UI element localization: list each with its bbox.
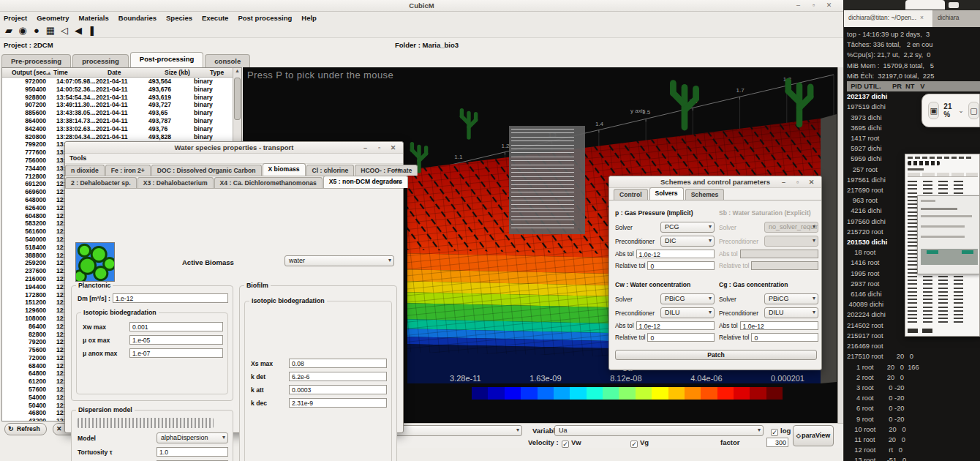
field-input[interactable]: 0.08 <box>289 359 387 368</box>
menu-item-species[interactable]: Species <box>166 14 192 22</box>
log-checkbox-icon[interactable] <box>771 429 778 436</box>
process-row[interactable]: 2 root 20 0 <box>847 372 980 383</box>
paraview-button[interactable]: paraView <box>793 425 834 446</box>
process-row[interactable]: 217510 root 20 0 <box>847 351 980 361</box>
play-icon[interactable]: ◀ <box>72 25 84 36</box>
rel-tol-input[interactable]: 0 <box>647 333 715 342</box>
schemes-tab-solvers[interactable]: Solvers <box>649 187 684 200</box>
minimize-icon[interactable] <box>794 1 802 10</box>
menu-item-boundaries[interactable]: Boundaries <box>118 14 157 22</box>
column-header-0[interactable]: Output (sec. <box>2 68 52 77</box>
tab-scroll-arrows-icon[interactable]: ◂ ▸ <box>394 166 402 173</box>
vg-checkbox-icon[interactable] <box>630 441 638 448</box>
schemes-dialog-titlebar[interactable]: Schemes and control parameters <box>609 176 821 188</box>
maximize-icon[interactable] <box>810 1 818 10</box>
dispersion-model-select[interactable]: alphaDispersion <box>157 432 228 443</box>
transport-dialog-titlebar[interactable]: Water species properties - transport <box>65 142 403 154</box>
species-tab[interactable]: n dioxide <box>65 165 105 176</box>
scroll-up-icon[interactable] <box>233 68 241 77</box>
schemes-tab-schemes[interactable]: Schemes <box>685 189 725 200</box>
solver-select[interactable]: PCG <box>660 222 715 233</box>
biomass-tab[interactable]: X4 : Ca. Dichloromethanomonas <box>214 177 323 188</box>
column-header-1[interactable]: Time <box>52 68 106 77</box>
active-biomass-select[interactable]: water <box>284 255 394 266</box>
biomass-tab[interactable]: X3 : Dehalobacterium <box>137 177 214 188</box>
menu-item-post-processing[interactable]: Post processing <box>238 14 292 22</box>
species-tab[interactable]: HCOO- : Formate <box>355 165 418 176</box>
tab-pre-processing[interactable]: Pre-processing <box>1 54 71 67</box>
preconditioner-select[interactable]: DILU <box>764 307 818 318</box>
species-tab[interactable]: DOC : Dissolved Organic Carbon <box>151 165 262 176</box>
close-icon[interactable] <box>807 179 815 187</box>
preconditioner-select[interactable]: DILU <box>660 307 715 318</box>
zoom-grid-icon[interactable]: ▣ <box>928 102 939 119</box>
rel-tol-input[interactable]: 0 <box>751 333 818 342</box>
scrollbar-thumb[interactable] <box>234 78 241 120</box>
table-row[interactable]: 95040014:00:52.36...2021-04-11493,676bin… <box>2 86 234 94</box>
process-row[interactable]: 12 root rt 0 <box>847 445 980 455</box>
close-icon[interactable] <box>389 144 397 152</box>
process-row[interactable]: 5927 dichi <box>847 143 980 154</box>
process-row[interactable]: 6 root 0 -20 <box>847 403 980 413</box>
table-row[interactable]: 90720013:49:11.30...2021-04-11493,727bin… <box>2 101 234 109</box>
save-icon[interactable]: ▦ <box>45 25 56 36</box>
vg-checkbox[interactable]: Vg <box>630 438 649 448</box>
process-row[interactable]: 1 root 20 0 166 <box>847 362 980 372</box>
tab-scroll-arrows-icon[interactable]: ◂ ▸ <box>394 179 402 185</box>
exit-icon[interactable]: ❚ <box>86 25 98 36</box>
tab-close-icon[interactable]: × <box>920 14 924 21</box>
table-row[interactable]: 97200014:07:05.98...2021-04-11493,564bin… <box>2 78 234 86</box>
menu-item-execute[interactable]: Execute <box>202 14 228 22</box>
terminal-tab-active[interactable]: dichiara@titan: ~/Open...× <box>844 10 933 27</box>
chevron-down-icon[interactable]: ⌄ <box>958 107 964 114</box>
refresh-button[interactable]: Refresh <box>4 423 47 435</box>
open-project-icon[interactable]: ▰ <box>3 25 15 36</box>
field-input[interactable]: 1.e-05 <box>129 335 223 345</box>
back-icon[interactable]: ◁ <box>59 25 70 36</box>
factor-input[interactable]: 300 <box>766 438 788 447</box>
process-row[interactable]: 1417 root <box>847 133 980 143</box>
tools-menu[interactable]: Tools <box>65 154 403 164</box>
process-row[interactable]: 4 root 0 -20 <box>847 393 980 403</box>
column-header-2[interactable]: Date <box>106 68 163 77</box>
rel-tol-input[interactable]: 0 <box>647 261 715 270</box>
abs-tol-input[interactable]: 1.0e-12 <box>740 321 818 330</box>
table-row[interactable]: 82080013:28:04.34...2021-04-11493,828bin… <box>2 133 234 141</box>
table-row[interactable]: 84240013:33:02.63...2021-04-11493,76bina… <box>2 125 234 133</box>
schemes-tab-control[interactable]: Control <box>614 189 648 200</box>
solver-select[interactable]: PBiCG <box>660 293 715 304</box>
settings-icon[interactable]: ◉ <box>17 25 29 36</box>
process-row[interactable]: 9 root 0 -20 <box>847 414 980 424</box>
viewport-scrollbar[interactable] <box>837 67 843 423</box>
table-row[interactable]: 86400013:38:14.73...2021-04-11493,787bin… <box>2 117 234 125</box>
biomass-tab[interactable]: 2 : Dehalobacter sp. <box>65 177 137 188</box>
field-input[interactable]: 2.31e-9 <box>289 398 387 408</box>
menu-item-materials[interactable]: Materials <box>79 14 109 22</box>
table-header[interactable]: Output (sec.TimeDateSize (kb)Type <box>2 68 234 78</box>
solver-select[interactable]: PBiCG <box>764 293 818 304</box>
title-bar[interactable]: CubicM <box>0 0 843 12</box>
table-row[interactable]: 92880013:54:54.34...2021-04-11493,619bin… <box>2 94 234 102</box>
column-header-3[interactable]: Size (kb) <box>163 68 208 77</box>
menu-item-project[interactable]: Project <box>4 14 27 22</box>
process-row[interactable]: 3 root 0 -20 <box>847 383 980 393</box>
process-row[interactable]: 216469 root <box>847 341 980 351</box>
maximize-icon[interactable] <box>375 144 383 152</box>
close-icon[interactable] <box>825 1 833 10</box>
tab-console[interactable]: console <box>205 54 250 67</box>
vw-checkbox[interactable]: Vw <box>562 438 581 448</box>
dm-input[interactable]: 1.e-12 <box>113 293 228 303</box>
terminal-tab-other[interactable]: dichiara <box>933 10 980 27</box>
abs-tol-input[interactable]: 1.0e-12 <box>636 250 715 258</box>
species-tab[interactable]: Fe : iron 2+ <box>105 165 151 176</box>
variable-select[interactable]: Ua <box>554 425 764 436</box>
record-icon[interactable]: ● <box>31 25 42 36</box>
table-row[interactable]: 88560013:43:38.05...2021-04-11493,65bina… <box>2 109 234 117</box>
species-tab[interactable]: X biomass <box>263 163 306 176</box>
field-input[interactable]: 6.2e-6 <box>289 372 387 381</box>
maximize-icon[interactable] <box>794 179 802 187</box>
process-row[interactable]: 10 root 20 0 <box>847 424 980 435</box>
zoom-settings-icon[interactable]: ▢ <box>968 102 979 119</box>
log-checkbox[interactable]: log <box>771 427 791 436</box>
process-row[interactable]: 11 root 20 0 <box>847 435 980 445</box>
